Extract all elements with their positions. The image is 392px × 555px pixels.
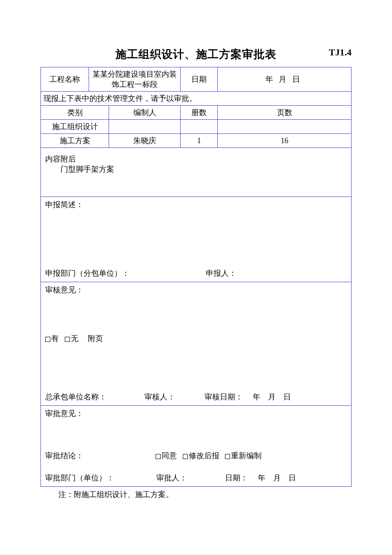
- none-label: 无: [71, 334, 78, 343]
- approver-label: 审批人：: [156, 474, 187, 482]
- approve-cell: 审批意见： 审批结论： 同意 修改后报 重新编制 审批部门（单位）： 审批人： …: [41, 406, 352, 487]
- brief-person-label: 申报人：: [206, 269, 236, 278]
- r2-category: 施工方案: [41, 134, 109, 148]
- r2-pages: 16: [218, 134, 352, 148]
- review-cell: 审核意见： 有 无 附页 总承包单位名称： 审核人： 审核日期： 年 月 日: [41, 282, 352, 406]
- attach-label: 附页: [88, 334, 103, 343]
- r1-volumes: [181, 120, 218, 134]
- day-unit: 日: [292, 75, 300, 84]
- review-date-label: 审核日期：: [205, 393, 243, 401]
- brief-row: 申报简述： 申报部门（分包单位）： 申报人：: [41, 197, 352, 282]
- date-value: 年 月 日: [218, 67, 352, 92]
- approval-table: 工程名称 某某分院建设项目室内装饰工程一标段 日期 年 月 日 现报上下表中的技…: [40, 67, 352, 487]
- checkbox-icon: [45, 337, 50, 342]
- has-label: 有: [51, 334, 59, 343]
- approve-conclusion: 审批结论： 同意 修改后报 重新编制: [45, 451, 347, 461]
- attachment-row: 内容附后 门型脚手架方案: [41, 148, 352, 197]
- brief-cell: 申报简述： 申报部门（分包单位）： 申报人：: [41, 197, 352, 282]
- attach-label: 内容附后: [45, 154, 347, 164]
- review-unit-label: 总承包单位名称：: [45, 393, 107, 401]
- brief-dept-label: 申报部门（分包单位）：: [45, 269, 130, 278]
- th-category: 类别: [41, 106, 109, 120]
- subheader-row: 类别 编制人 册数 页数: [41, 106, 352, 120]
- date-label: 日期: [181, 67, 218, 92]
- approve-row: 审批意见： 审批结论： 同意 修改后报 重新编制 审批部门（单位）： 审批人： …: [41, 406, 352, 487]
- review-year: 年: [253, 393, 260, 401]
- form-code: TJ1.4: [329, 47, 352, 58]
- r1-pages: [218, 120, 352, 134]
- checkbox-icon: [156, 454, 161, 459]
- review-row: 审核意见： 有 无 附页 总承包单位名称： 审核人： 审核日期： 年 月 日: [41, 282, 352, 406]
- intro-text: 现报上下表中的技术管理文件，请予以审批。: [41, 92, 352, 106]
- project-value: 某某分院建设项目室内装饰工程一标段: [89, 67, 180, 92]
- review-month: 月: [268, 393, 276, 401]
- r1-category: 施工组织设计: [41, 120, 109, 134]
- table-row: 施工方案 朱晓庆 1 16: [41, 134, 352, 148]
- attach-content: 门型脚手架方案: [45, 164, 347, 174]
- approve-month: 月: [273, 474, 281, 482]
- brief-label: 申报简述：: [45, 199, 84, 210]
- project-label: 工程名称: [41, 67, 89, 92]
- review-footer: 总承包单位名称： 审核人： 审核日期： 年 月 日: [45, 392, 347, 402]
- redo-label: 重新编制: [231, 451, 262, 460]
- checkbox-icon: [183, 454, 188, 459]
- approve-date-label: 日期：: [225, 474, 248, 482]
- th-volumes: 册数: [181, 106, 218, 120]
- checkbox-icon: [225, 454, 230, 459]
- approve-day: 日: [288, 474, 296, 482]
- review-label: 审核意见：: [45, 285, 84, 295]
- project-row: 工程名称 某某分院建设项目室内装饰工程一标段 日期 年 月 日: [41, 67, 352, 92]
- form-header: 施工组织设计、施工方案审批表 TJ1.4: [40, 47, 352, 62]
- table-row: 施工组织设计: [41, 120, 352, 134]
- footnote: 注：附施工组织设计、施工方案。: [40, 489, 352, 500]
- approve-year: 年: [258, 474, 265, 482]
- approve-label: 审批意见：: [45, 408, 84, 419]
- attachment-cell: 内容附后 门型脚手架方案: [41, 148, 352, 197]
- r1-author: [109, 120, 181, 134]
- brief-footer: 申报部门（分包单位）： 申报人：: [45, 268, 347, 278]
- review-checkboxes: 有 无 附页: [45, 333, 103, 344]
- year-unit: 年: [265, 75, 273, 84]
- review-day: 日: [283, 393, 291, 401]
- intro-row: 现报上下表中的技术管理文件，请予以审批。: [41, 92, 352, 106]
- th-author: 编制人: [109, 106, 181, 120]
- r2-volumes: 1: [181, 134, 218, 148]
- approve-footer: 审批部门（单位）： 审批人： 日期： 年 月 日: [45, 473, 347, 483]
- agree-label: 同意: [161, 451, 177, 460]
- th-pages: 页数: [218, 106, 352, 120]
- form-title: 施工组织设计、施工方案审批表: [115, 47, 277, 62]
- month-unit: 月: [279, 75, 286, 84]
- r2-author: 朱晓庆: [109, 134, 181, 148]
- revise-label: 修改后报: [189, 451, 219, 460]
- approve-dept-label: 审批部门（单位）：: [45, 474, 114, 482]
- conclusion-label: 审批结论：: [45, 451, 84, 460]
- reviewer-label: 审核人：: [144, 393, 175, 401]
- checkbox-icon: [65, 337, 70, 342]
